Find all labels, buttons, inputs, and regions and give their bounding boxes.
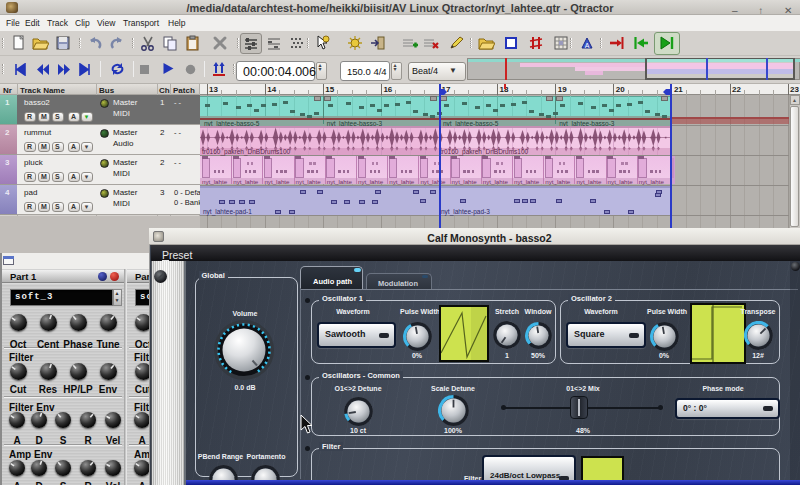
svg-text:A: A: [585, 42, 590, 49]
